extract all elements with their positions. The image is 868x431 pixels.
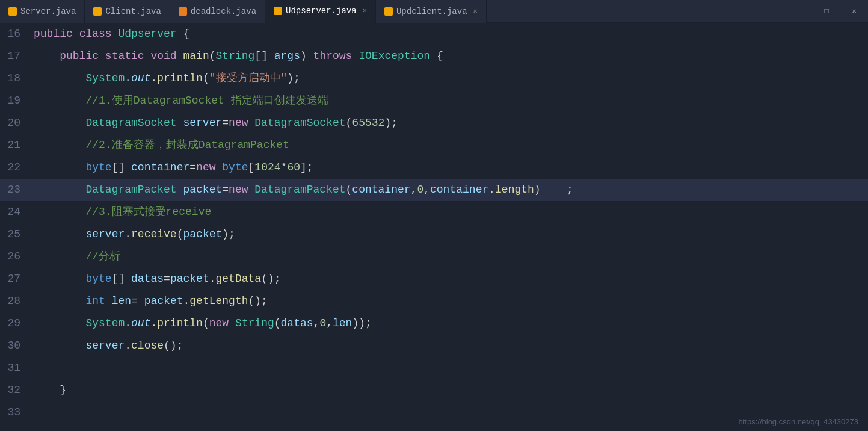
maximize-button[interactable]: □ (813, 0, 840, 23)
code-content-25: server.receive(packet); (31, 223, 868, 246)
code-content-23: DatagramPacket packet=new DatagramPacket… (31, 179, 868, 201)
line-number-24: 24 (0, 201, 31, 223)
line-number-23: 23 (0, 179, 31, 201)
watermark: https://blog.csdn.net/qq_43430273 (739, 417, 859, 426)
tab-client[interactable]: Client.java (85, 0, 170, 23)
code-content-28: int len= packet.getLength(); (31, 290, 868, 312)
window-controls: — □ ✕ (785, 0, 868, 23)
close-button[interactable]: ✕ (840, 0, 868, 23)
code-content-22: byte[] container=new byte[1024*60]; (31, 157, 868, 179)
line-number-29: 29 (0, 312, 31, 335)
tab-bar: Server.java Client.java deadlock.java Ud… (0, 0, 868, 23)
code-line-16: 16 public class Udpserver { (0, 23, 868, 45)
line-number-32: 32 (0, 379, 31, 402)
code-line-18: 18 System.out.println("接受方启动中"); (0, 67, 868, 90)
code-line-21: 21 //2.准备容器，封装成DatagramPacket (0, 134, 868, 157)
code-line-27: 27 byte[] datas=packet.getData(); (0, 268, 868, 290)
line-number-20: 20 (0, 112, 31, 134)
code-line-22: 22 byte[] container=new byte[1024*60]; (0, 157, 868, 179)
code-line-24: 24 //3.阻塞式接受receive (0, 201, 868, 223)
code-content-18: System.out.println("接受方启动中"); (31, 67, 868, 90)
tab-updclient[interactable]: Updclient.java ✕ (376, 0, 487, 23)
code-line-25: 25 server.receive(packet); (0, 223, 868, 246)
tab-label-deadlock: deadlock.java (191, 7, 256, 16)
tab-label-updclient: Updclient.java (396, 7, 467, 16)
tab-close-updclient[interactable]: ✕ (473, 7, 478, 16)
tab-close-udpserver[interactable]: ✕ (363, 6, 367, 15)
code-content-20: DatagramSocket server=new DatagramSocket… (31, 112, 868, 134)
code-content-29: System.out.println(new String(datas,0,le… (31, 312, 868, 335)
line-number-18: 18 (0, 67, 31, 90)
line-number-30: 30 (0, 335, 31, 357)
code-line-17: 17 public static void main(String[] args… (0, 45, 868, 67)
line-number-19: 19 (0, 90, 31, 112)
code-content-26: //分析 (31, 246, 868, 268)
code-line-23: 23 DatagramPacket packet=new DatagramPac… (0, 179, 868, 201)
code-editor: 16 public class Udpserver { 17 public st… (0, 23, 868, 431)
line-number-33: 33 (0, 402, 31, 424)
tab-icon-udpserver (274, 7, 282, 15)
code-content-32: } (31, 379, 868, 402)
tab-udpserver[interactable]: Udpserver.java ✕ (265, 0, 376, 23)
tab-label-server: Server.java (20, 7, 76, 16)
line-number-17: 17 (0, 45, 31, 67)
line-number-16: 16 (0, 23, 31, 45)
line-number-25: 25 (0, 223, 31, 246)
code-line-26: 26 //分析 (0, 246, 868, 268)
code-content-24: //3.阻塞式接受receive (31, 201, 868, 223)
tab-server[interactable]: Server.java (0, 0, 85, 23)
code-content-19: //1.使用DatagramSocket 指定端口创建发送端 (31, 90, 868, 112)
code-content-16: public class Udpserver { (31, 23, 868, 45)
tab-label-client: Client.java (105, 7, 161, 16)
code-line-20: 20 DatagramSocket server=new DatagramSoc… (0, 112, 868, 134)
tab-label-udpserver: Udpserver.java (286, 6, 357, 16)
minimize-button[interactable]: — (785, 0, 813, 23)
code-line-29: 29 System.out.println(new String(datas,0… (0, 312, 868, 335)
line-number-31: 31 (0, 357, 31, 379)
code-content-27: byte[] datas=packet.getData(); (31, 268, 868, 290)
tab-icon-client (93, 7, 102, 16)
tab-icon-deadlock (179, 7, 187, 16)
line-number-28: 28 (0, 290, 31, 312)
code-line-28: 28 int len= packet.getLength(); (0, 290, 868, 312)
code-content-21: //2.准备容器，封装成DatagramPacket (31, 134, 868, 157)
code-line-32: 32 } (0, 379, 868, 402)
line-number-22: 22 (0, 157, 31, 179)
tab-icon-updclient (384, 7, 393, 16)
line-number-26: 26 (0, 246, 31, 268)
code-content-30: server.close(); (31, 335, 868, 357)
code-line-19: 19 //1.使用DatagramSocket 指定端口创建发送端 (0, 90, 868, 112)
code-line-31: 31 (0, 357, 868, 379)
tab-icon-server (8, 7, 17, 16)
tab-deadlock[interactable]: deadlock.java (170, 0, 265, 23)
line-number-27: 27 (0, 268, 31, 290)
code-line-30: 30 server.close(); (0, 335, 868, 357)
line-number-21: 21 (0, 134, 31, 157)
code-content-17: public static void main(String[] args) t… (31, 45, 868, 67)
